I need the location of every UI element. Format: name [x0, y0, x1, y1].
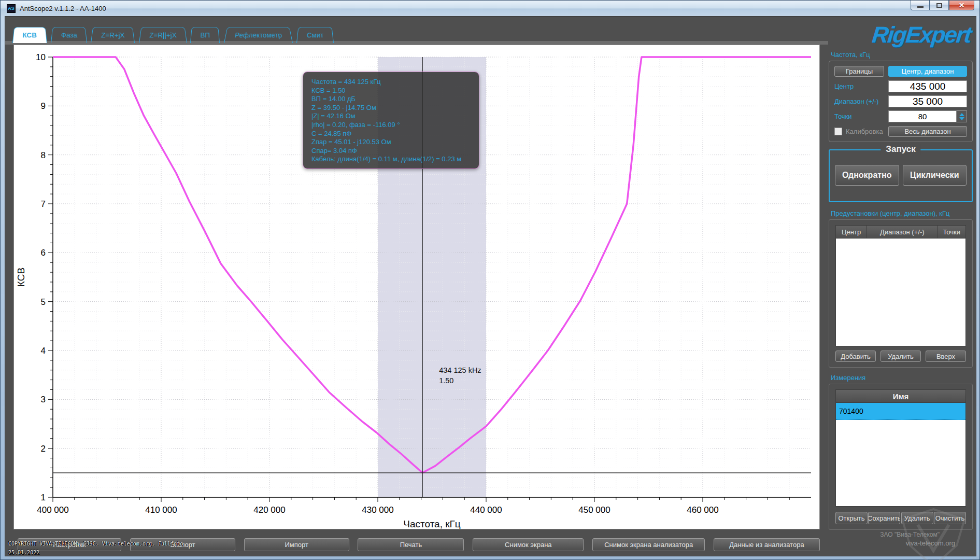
svg-text:9: 9 [41, 101, 46, 111]
close-button[interactable]: ✕ [949, 1, 974, 10]
tab-return-loss[interactable]: ВП [190, 27, 220, 43]
tooltip-line: Спар= 3.04 пФ [311, 147, 471, 156]
svg-text:5: 5 [41, 297, 46, 307]
copyright-watermark: COPYRIGHT VIVA-TELECOM, CJSC. Viva-telec… [8, 539, 183, 557]
print-button[interactable]: Печать [358, 538, 464, 551]
calibration-label: Калибровка [846, 128, 883, 135]
svg-text:420 000: 420 000 [253, 505, 285, 515]
maximize-button[interactable] [930, 1, 949, 10]
tab-phase[interactable]: Фаза [51, 27, 87, 43]
svg-text:КСВ: КСВ [16, 268, 26, 287]
preset-add-button[interactable]: Добавить [835, 351, 876, 362]
bounds-mode-button[interactable]: Границы [834, 66, 884, 77]
svg-text:460 000: 460 000 [687, 505, 718, 515]
tab-z-series[interactable]: Z=R+jX [91, 27, 135, 43]
cursor-swr-label: 1.50 [439, 376, 453, 385]
minimize-button[interactable] [911, 1, 930, 10]
measurements-label: Измерения [831, 374, 972, 382]
preset-delete-button[interactable]: Удалить [880, 351, 921, 362]
tab-smith[interactable]: Смит [296, 27, 334, 43]
app-window: AS AntScope2 v.1.1.2 - AA-1400 ✕ КСВФаза… [0, 0, 980, 560]
app-surface: КСВФазаZ=R+jXZ=R||+jXВПРефлектометрСмит … [5, 16, 976, 556]
measurements-list[interactable]: 701400 [835, 403, 966, 507]
maximize-icon [936, 3, 942, 8]
points-stepper[interactable] [957, 110, 967, 122]
run-single-button[interactable]: Однократно [835, 165, 899, 186]
presets-table-body[interactable] [835, 239, 966, 346]
svg-text:3: 3 [41, 395, 46, 404]
calibration-checkbox[interactable] [834, 128, 842, 135]
screenshot-button[interactable]: Снимок экрана [473, 538, 584, 551]
svg-text:6: 6 [41, 248, 46, 258]
run-cyclic-button[interactable]: Циклически [903, 165, 967, 186]
svg-text:440 000: 440 000 [470, 505, 502, 515]
svg-text:Частота, кГц: Частота, кГц [403, 519, 461, 529]
measurement-save-button[interactable]: Сохранить [868, 512, 900, 524]
span-label: Диапазон (+/-) [834, 97, 878, 105]
analyzer-screenshot-button[interactable]: Снимок экрана анализатора [592, 538, 705, 551]
svg-text:4: 4 [41, 346, 46, 356]
tooltip-line: ВП = 14.00 дБ [311, 95, 471, 104]
analyzer-data-button[interactable]: Данные из анализатора [714, 538, 820, 551]
tooltip-line: Z = 39.50 - j14.75 Ом [311, 104, 471, 113]
center-label: Центр [834, 82, 854, 90]
preset-up-button[interactable]: Вверх [926, 351, 966, 362]
svg-text:400 000: 400 000 [37, 505, 68, 515]
rigexpert-logo: RigExpert [827, 20, 974, 50]
app-icon: AS [7, 4, 16, 13]
measurements-name-header: Имя [835, 389, 966, 403]
frequency-section-label: Частота, кГц [831, 51, 972, 59]
measurement-list-item[interactable]: 701400 [836, 403, 965, 420]
tooltip-line: Частота = 434 125 кГц [311, 78, 471, 87]
tooltip-line: C = 24.85 пФ [311, 130, 471, 138]
svg-text:7: 7 [41, 199, 46, 209]
tooltip-line: Кабель: длина(1/4) = 0.11 м, длина(1/2) … [311, 155, 471, 164]
measurement-open-button[interactable]: Открыть [835, 512, 868, 524]
svg-text:450 000: 450 000 [578, 505, 610, 515]
tooltip-line: Zпар = 45.01 - j120.53 Ом [311, 138, 471, 147]
svg-text:2: 2 [41, 444, 46, 454]
tooltip-line: |Z| = 42.16 Ом [311, 112, 471, 121]
presets-column-header[interactable]: Точки [938, 226, 966, 239]
import-button[interactable]: Импорт [244, 538, 349, 551]
spin-up-icon[interactable] [959, 113, 964, 116]
close-icon: ✕ [959, 2, 965, 9]
presets-column-header[interactable]: Диапазон (+/-) [867, 226, 938, 239]
full-range-button[interactable]: Весь диапазон [888, 126, 967, 137]
svg-text:430 000: 430 000 [362, 505, 393, 515]
control-sidebar: RigExpert Частота, кГц Границы Центр, ди… [829, 20, 973, 554]
tooltip-line: |rho| = 0.20, фаза = -116.09 ° [311, 121, 471, 130]
tooltip-line: КСВ = 1.50 [311, 87, 471, 95]
presets-column-header[interactable]: Центр [836, 226, 867, 239]
tab-swr[interactable]: КСВ [12, 27, 47, 43]
presets-table[interactable]: ЦентрДиапазон (+/-)Точки [835, 225, 966, 239]
center-frequency-input[interactable] [888, 80, 967, 92]
presets-groupbox: ЦентрДиапазон (+/-)Точки ДобавитьУдалить… [829, 219, 973, 368]
swr-chart-panel[interactable]: 400 000410 000420 000430 000440 000450 0… [13, 45, 820, 529]
points-label: Точки [834, 113, 852, 120]
window-title: AntScope2 v.1.1.2 - AA-1400 [20, 5, 106, 12]
run-title: Запуск [880, 144, 920, 155]
site-watermark: viva-telecom.org [906, 539, 955, 547]
tab-bar: КСВФазаZ=R+jXZ=R||+jXВПРефлектометрСмит [12, 23, 334, 43]
svg-text:410 000: 410 000 [145, 505, 177, 515]
svg-text:1: 1 [41, 493, 46, 502]
center-span-mode-button[interactable]: Центр, диапазон [888, 66, 967, 77]
run-groupbox: Запуск Однократно Циклически [829, 149, 973, 202]
spin-down-icon[interactable] [959, 117, 964, 120]
tab-reflectometer[interactable]: Рефлектометр [224, 27, 293, 43]
cursor-frequency-label: 434 125 kHz [439, 366, 481, 374]
cursor-tooltip: Частота = 434 125 кГцКСВ = 1.50ВП = 14.0… [303, 72, 479, 169]
svg-text:8: 8 [41, 150, 46, 160]
points-input[interactable] [888, 110, 957, 122]
minimize-icon [917, 6, 924, 8]
frequency-groupbox: Границы Центр, диапазон Центр Диапазон (… [829, 61, 973, 142]
tab-z-parallel[interactable]: Z=R||+jX [139, 27, 187, 43]
title-bar[interactable]: AS AntScope2 v.1.1.2 - AA-1400 ✕ [1, 1, 979, 16]
company-watermark: ЗАО "Вива-Телеком" [880, 531, 940, 538]
svg-text:10: 10 [36, 52, 46, 62]
presets-label: Предустановки (центр, диапазон), кГц [831, 209, 972, 217]
span-input[interactable] [888, 95, 967, 107]
